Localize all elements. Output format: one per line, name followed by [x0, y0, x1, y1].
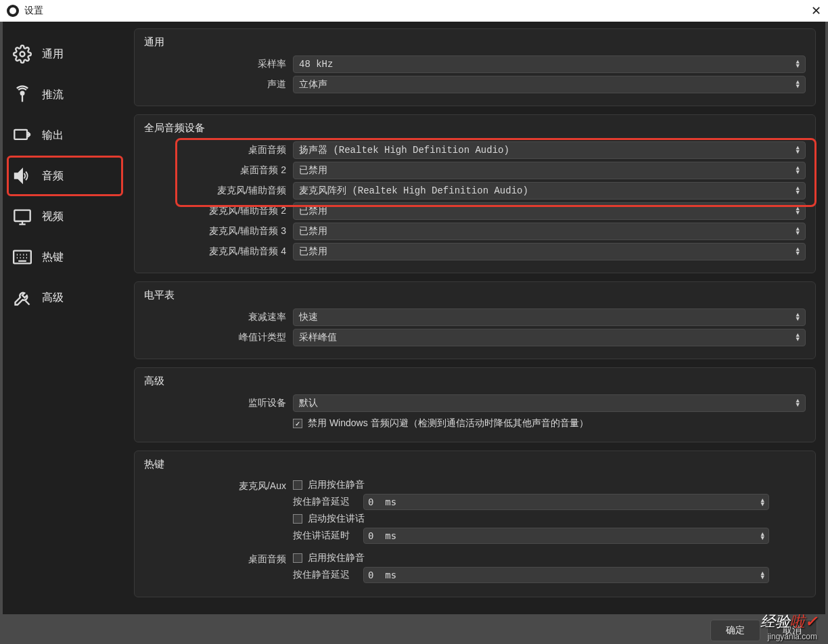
select-value: 已禁用: [299, 246, 327, 258]
group-title: 全局音频设备: [144, 122, 806, 135]
sidebar-label: 视频: [42, 210, 64, 224]
disable-ducking-checkbox[interactable]: [293, 419, 302, 428]
chevron-updown-icon: ▲▼: [796, 80, 800, 89]
desktop-audio2-select[interactable]: 已禁用▲▼: [293, 162, 806, 179]
mic-aux4-label: 麦克风/辅助音频 4: [144, 246, 286, 258]
chevron-updown-icon: ▲▼: [796, 248, 800, 256]
sidebar-item-output[interactable]: 输出: [3, 115, 127, 156]
svg-point-0: [20, 52, 25, 57]
group-general: 通用 采样率 48 kHz ▲▼ 声道 立体声 ▲▼: [134, 28, 816, 106]
ptm-delay-input[interactable]: 0 ms ▲▼: [363, 494, 769, 510]
gear-icon: [12, 45, 32, 64]
select-value: 已禁用: [299, 164, 327, 177]
chevron-updown-icon: ▲▼: [796, 334, 800, 342]
tools-icon: [12, 288, 32, 307]
sidebar-label: 推流: [42, 88, 64, 102]
footer: 确定 取消 经验啦✓ jingyanla.com: [0, 617, 828, 644]
sidebar-label: 通用: [42, 47, 64, 62]
mic-aux2-label: 麦克风/辅助音频 2: [144, 205, 286, 217]
desktop-hotkey-label: 桌面音频: [144, 551, 286, 566]
chevron-updown-icon: ▲▼: [796, 146, 800, 154]
group-title: 高级: [144, 375, 806, 388]
desktop-ptm-delay-input[interactable]: 0 ms ▲▼: [363, 567, 769, 583]
settings-content[interactable]: 通用 采样率 48 kHz ▲▼ 声道 立体声 ▲▼ 全局音频设备 桌面音频: [127, 22, 825, 614]
group-advanced: 高级 监听设备 默认▲▼ 禁用 Windows 音频闪避（检测到通信活动时降低其…: [134, 367, 816, 442]
sidebar-item-audio[interactable]: 音频: [7, 156, 123, 196]
select-value: 默认: [299, 397, 318, 409]
decay-rate-select[interactable]: 快速▲▼: [293, 308, 806, 326]
keyboard-icon: [12, 248, 32, 267]
chevron-updown-icon: ▲▼: [796, 187, 800, 195]
sidebar-label: 音频: [42, 169, 64, 183]
chevron-updown-icon: ▲▼: [796, 207, 800, 215]
app-icon: [7, 5, 19, 17]
mic-aux3-select[interactable]: 已禁用▲▼: [293, 223, 806, 240]
select-value: 采样峰值: [299, 331, 337, 344]
mic-aux3-label: 麦克风/辅助音频 3: [144, 225, 286, 237]
mic-aux-hotkey-label: 麦克风/Aux: [144, 478, 286, 492]
spinner-icon[interactable]: ▲▼: [761, 571, 764, 579]
chevron-updown-icon: ▲▼: [796, 313, 800, 321]
sidebar-label: 输出: [42, 129, 64, 143]
ok-button[interactable]: 确定: [710, 620, 760, 641]
channels-select[interactable]: 立体声 ▲▼: [293, 76, 806, 93]
chevron-updown-icon: ▲▼: [796, 399, 800, 407]
cancel-button[interactable]: 取消: [767, 620, 817, 641]
chevron-updown-icon: ▲▼: [796, 60, 800, 68]
group-devices: 全局音频设备 桌面音频 扬声器 (Realtek High Definition…: [134, 114, 816, 273]
antenna-icon: [12, 85, 32, 104]
close-icon[interactable]: ✕: [811, 3, 821, 18]
desktop-ptm-label: 启用按住静音: [308, 552, 365, 564]
ptm-enable-label: 启用按住静音: [308, 479, 365, 491]
select-value: 快速: [299, 311, 318, 323]
sidebar-item-general[interactable]: 通用: [3, 34, 127, 74]
svg-point-1: [21, 91, 24, 95]
disable-ducking-label: 禁用 Windows 音频闪避（检测到通信活动时降低其他声音的音量）: [308, 417, 589, 430]
sidebar-label: 高级: [42, 291, 64, 305]
window-title: 设置: [24, 5, 43, 17]
sidebar-item-stream[interactable]: 推流: [3, 74, 127, 115]
ptm-delay-label: 按住静音延迟: [293, 496, 358, 508]
output-icon: [12, 126, 32, 145]
monitor-device-select[interactable]: 默认▲▼: [293, 394, 806, 412]
select-value: 立体声: [299, 78, 327, 91]
chevron-updown-icon: ▲▼: [796, 227, 800, 235]
ptt-enable-checkbox[interactable]: [293, 514, 302, 524]
desktop-audio-select[interactable]: 扬声器 (Realtek High Definition Audio)▲▼: [293, 141, 806, 159]
group-title: 热键: [144, 458, 806, 471]
peak-meter-select[interactable]: 采样峰值▲▼: [293, 329, 806, 346]
peak-meter-label: 峰值计类型: [144, 331, 286, 344]
select-value: 已禁用: [299, 205, 327, 217]
select-value: 已禁用: [299, 225, 327, 237]
channels-label: 声道: [144, 78, 286, 91]
sidebar: 通用 推流 输出 音频 视频 热键 高级: [3, 22, 127, 614]
sample-rate-select[interactable]: 48 kHz ▲▼: [293, 55, 806, 73]
spinner-icon[interactable]: ▲▼: [761, 532, 764, 540]
monitor-device-label: 监听设备: [144, 397, 286, 409]
chevron-updown-icon: ▲▼: [796, 166, 800, 175]
ptt-enable-label: 启动按住讲话: [308, 513, 365, 525]
desktop-audio-label: 桌面音频: [144, 144, 286, 156]
mic-aux-select[interactable]: 麦克风阵列 (Realtek High Definition Audio)▲▼: [293, 182, 806, 200]
sidebar-item-hotkeys[interactable]: 热键: [3, 237, 127, 277]
group-title: 电平表: [144, 289, 806, 302]
spinner-icon[interactable]: ▲▼: [761, 498, 764, 506]
sidebar-item-advanced[interactable]: 高级: [3, 277, 127, 318]
group-meters: 电平表 衰减速率 快速▲▼ 峰值计类型 采样峰值▲▼: [134, 281, 816, 359]
title-bar: 设置 ✕: [0, 0, 828, 22]
sidebar-label: 热键: [42, 250, 64, 264]
speaker-icon: [12, 166, 32, 185]
svg-rect-3: [14, 210, 30, 221]
select-value: 扬声器 (Realtek High Definition Audio): [299, 144, 509, 156]
ptm-enable-checkbox[interactable]: [293, 480, 302, 490]
desktop-ptm-checkbox[interactable]: [293, 553, 302, 563]
group-title: 通用: [144, 36, 806, 49]
mic-aux2-select[interactable]: 已禁用▲▼: [293, 202, 806, 220]
ptt-delay-input[interactable]: 0 ms ▲▼: [363, 528, 769, 544]
desktop-ptm-delay-label: 按住静音延迟: [293, 569, 358, 581]
sample-rate-label: 采样率: [144, 58, 286, 70]
mic-aux4-select[interactable]: 已禁用▲▼: [293, 243, 806, 260]
sidebar-item-video[interactable]: 视频: [3, 196, 127, 237]
svg-rect-2: [14, 130, 27, 139]
monitor-icon: [12, 207, 32, 226]
